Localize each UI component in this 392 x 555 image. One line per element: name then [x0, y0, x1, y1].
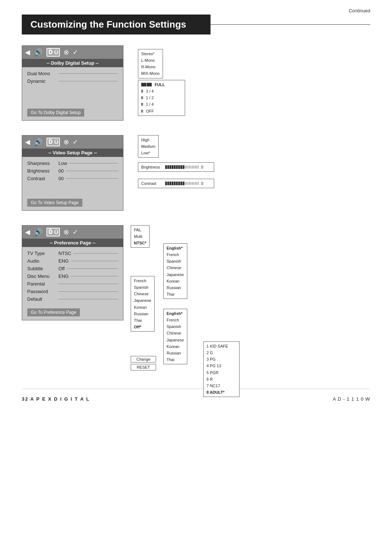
audio-row-line [71, 261, 118, 261]
header-line [211, 24, 370, 25]
page-footer: 32 A P E X D I G I T A L A D - 1 1 1 0 W [22, 389, 370, 402]
sub-off: Off* [134, 324, 151, 330]
video-icons-bar: ◀ 🔊 D̈ Ü ⊗ ✓ [22, 135, 123, 149]
contrast-number: 0 [201, 180, 203, 187]
page-header: Customizing the Function Settings Contin… [22, 15, 370, 35]
dm-chinese: Chinese [167, 330, 184, 336]
subtitle-options: French Spanish Chinese Japanese Korean R… [131, 276, 155, 332]
dolby-goto[interactable]: Go To Dolby Digital Setup [27, 109, 84, 117]
stereo-option: Stereo* [141, 50, 160, 57]
ntsc-option: NTSC* [134, 240, 146, 246]
sharpness-options: High Medium Low* [138, 135, 159, 158]
brightness-bar: Brightness [138, 162, 214, 172]
discmenu-label: Disc Menu [27, 274, 56, 279]
brightness-bar-label: Brightness [141, 164, 163, 170]
dm-japanese: Japanese [167, 337, 184, 343]
subtitle-line [67, 268, 118, 269]
japanese-option: Japanese [167, 271, 184, 278]
rating-3: 3 PG [207, 356, 236, 362]
preference-menu-panel: ◀ 🔊 D̈ Ü ⊗ ✓ -- Preference Page -- TV Ty… [22, 225, 123, 320]
subtitle-options-box: French Spanish Chinese Japanese Korean R… [131, 276, 155, 332]
rating-7: 7 NC17 [207, 382, 236, 389]
password-buttons-box: Change RESET [131, 356, 156, 372]
audio-lang-options: English* French Spanish Chinese Japanese… [163, 243, 187, 299]
tvtype-line [73, 253, 118, 254]
eng-option: English* [167, 245, 184, 251]
sharpness-row: Sharpness Low [27, 161, 118, 166]
parental-line [58, 284, 118, 284]
mix-mono-option: MIX-Mono [141, 70, 160, 77]
dynamic-label: Dynamic [27, 78, 56, 84]
preference-title: -- Preference Page -- [22, 239, 123, 247]
rating-6: 6 R [207, 376, 236, 382]
reset-button[interactable]: RESET [131, 364, 156, 370]
discmenu-line [71, 276, 118, 276]
spanish-option: Spanish [167, 258, 184, 264]
contrast-line [66, 178, 118, 179]
settings-icon: ⊗ [64, 48, 69, 56]
l-mono-option: L-Mono [141, 57, 160, 64]
brightness-number: 0 [201, 164, 203, 170]
sub-french: French [134, 278, 151, 284]
medium-option: Medium [141, 143, 155, 150]
back-icon2: ◀ [25, 138, 30, 146]
password-row: Password [27, 289, 118, 294]
korean-option: Korean [167, 278, 184, 284]
chinese-option: Chinese [167, 264, 184, 271]
dynamic-options-box: FULL 3 / 4 1 / 2 [138, 80, 185, 116]
page-container: Customizing the Function Settings Contin… [0, 0, 392, 416]
rating-list-box: 1 KID SAFE 2 G 3 PG 4 PG 13 5 PGR 6 R 7 … [203, 341, 240, 397]
dynamic-row: Dynamic [27, 78, 118, 84]
russian-option: Russian [167, 284, 184, 291]
dm-thai: Thai [167, 356, 184, 363]
parental-row: Parental [27, 281, 118, 287]
preference-goto[interactable]: Go To Preference Page [27, 308, 80, 316]
audio-icon3: 🔊 [34, 228, 43, 236]
audio-row: Audio ENG [27, 258, 118, 264]
dolby-menu-items: Dual Mono Dynamic Go To Dolby Digital Se… [22, 67, 123, 120]
pref-icons-bar: ◀ 🔊 D̈ Ü ⊗ ✓ [22, 226, 123, 239]
change-button[interactable]: Change [131, 356, 156, 362]
contrast-bar-box: Contrast [138, 179, 214, 188]
multi-option: Multi [134, 233, 146, 240]
1-2-option: 1 / 2 [141, 94, 182, 101]
discmenu-options-box: English* French Spanish Chinese Japanese… [163, 309, 187, 364]
video-callout: High Medium Low* Brightness [134, 135, 370, 208]
sharpness-line [69, 163, 118, 163]
rating-1: 1 KID SAFE [207, 343, 236, 349]
rating-4: 4 PG 13 [207, 362, 236, 369]
dual-mono-line [58, 73, 118, 74]
preference-callout: PAL Multi NTSC* English* French Spanish … [131, 225, 370, 381]
contrast-label: Contrast [27, 176, 56, 181]
dm-french: French [167, 317, 184, 323]
check-icon2: ✓ [73, 138, 78, 146]
footer-left: 32 A P E X D I G I T A L [22, 396, 90, 402]
sharpness-value: Low [58, 161, 67, 166]
video-section: ◀ 🔊 D̈ Ü ⊗ ✓ -- Video Setup Page -- Shar… [22, 135, 370, 211]
dual-mono-row: Dual Mono [27, 71, 118, 76]
settings-icon2: ⊗ [64, 138, 69, 146]
subtitle-value: Off [58, 266, 65, 271]
default-line [58, 299, 118, 299]
dynamic-options: FULL 3 / 4 1 / 2 [138, 80, 185, 116]
sub-thai: Thai [134, 317, 151, 324]
thai-option: Thai [167, 291, 184, 297]
check-icon: ✓ [73, 48, 78, 56]
settings-icon3: ⊗ [64, 228, 69, 236]
back-icon3: ◀ [25, 228, 30, 236]
dual-mono-label: Dual Mono [27, 71, 56, 76]
dolby-icon2: D̈ Ü [46, 138, 60, 146]
dm-spanish: Spanish [167, 323, 184, 330]
dynamic-line [58, 81, 118, 81]
video-goto[interactable]: Go To Video Setup Page [27, 199, 82, 207]
sharpness-label: Sharpness [27, 161, 56, 166]
contrast-value: 00 [58, 176, 64, 181]
dual-mono-options-box: Stereo* L-Mono R-Mono MIX-Mono [138, 49, 163, 78]
pal-option: PAL [134, 227, 146, 233]
default-label: Default [27, 296, 56, 302]
brightness-line [66, 171, 118, 171]
rating-list: 1 KID SAFE 2 G 3 PG 4 PG 13 5 PGR 6 R 7 … [203, 341, 240, 397]
low-option: Low* [141, 150, 155, 156]
brightness-bar-row: Brightness [141, 164, 211, 170]
brightness-track: 0 [165, 164, 211, 170]
